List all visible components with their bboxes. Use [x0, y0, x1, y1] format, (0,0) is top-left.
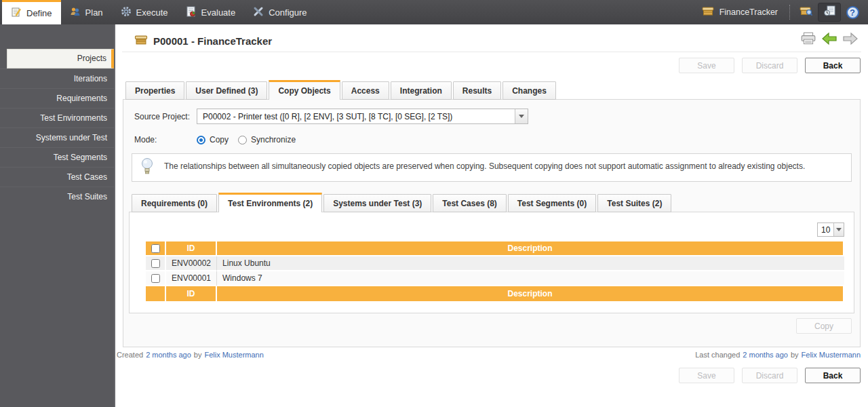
topbar: Define Plan Execute Evaluate Configure: [0, 0, 868, 24]
sidebar-item-label: Requirements: [56, 94, 107, 103]
sidebar-item-label: Test Environments: [40, 113, 107, 123]
nav-tab-plan[interactable]: Plan: [61, 0, 112, 24]
copy-button[interactable]: Copy: [796, 318, 852, 334]
tab-changes[interactable]: Changes: [502, 81, 556, 100]
box-search-icon: [800, 5, 814, 20]
nav-tab-define[interactable]: Define: [2, 0, 61, 24]
main-tabs: Properties User Defined (3) Copy Objects…: [125, 80, 557, 100]
lightbulb-icon: [140, 157, 154, 178]
row-checkbox[interactable]: [151, 274, 160, 283]
column-header-id: ID: [166, 241, 217, 256]
tab-results[interactable]: Results: [453, 81, 501, 100]
next-arrow-button[interactable]: [842, 32, 859, 45]
footer-empty-cell: [146, 286, 166, 301]
save-button[interactable]: Save: [679, 58, 734, 73]
source-project-row: Source Project: P00002 - Printer test ([…: [134, 109, 528, 124]
chevron-down-icon: [515, 109, 528, 123]
project-browse-button[interactable]: [795, 3, 818, 22]
sidebar-item-projects[interactable]: Projects: [7, 49, 114, 69]
app-root: Define Plan Execute Evaluate Configure: [0, 0, 868, 407]
select-all-cell: [146, 241, 166, 256]
info-text: The relationships between all simultaneo…: [164, 161, 805, 171]
created-by-label: by: [194, 351, 202, 359]
topbar-right: FinanceTracker ?: [695, 0, 868, 24]
sidebar-item-requirements[interactable]: Requirements: [0, 88, 114, 108]
tab-integration[interactable]: Integration: [391, 81, 452, 100]
sidebar-item-label: Projects: [77, 54, 106, 63]
page-size-value: 10: [818, 225, 833, 235]
tab-test-environments[interactable]: Test Environments (2): [218, 193, 322, 212]
discard-button[interactable]: Discard: [742, 58, 797, 73]
nav-tab-label: Plan: [85, 7, 103, 18]
tab-test-suites[interactable]: Test Suites (2): [597, 194, 671, 212]
table-footer-row: ID Description: [146, 286, 844, 301]
table-row[interactable]: ENV00001 Windows 7: [146, 271, 844, 286]
environments-table: ID Description ENV00002 Linux Ubuntu: [146, 241, 844, 301]
mode-synchronize-radio[interactable]: Synchronize: [238, 135, 296, 144]
nav-tab-evaluate[interactable]: Evaluate: [177, 0, 245, 24]
sidebar-item-iterations[interactable]: Iterations: [0, 69, 114, 88]
tab-test-cases[interactable]: Test Cases (8): [433, 194, 506, 212]
save-button[interactable]: Save: [679, 368, 734, 383]
bottom-actions: Save Discard Back: [679, 368, 861, 383]
info-box: The relationships between all simultaneo…: [132, 153, 852, 182]
sidebar-item-systems-under-test[interactable]: Systems under Test: [0, 128, 114, 147]
topbar-separator: [789, 5, 790, 20]
copy-object-tabs: Requirements (0) Test Environments (2) S…: [132, 193, 673, 212]
source-project-select[interactable]: P00002 - Printer test ([0 R], [2 ENV], […: [197, 109, 528, 124]
mode-copy-radio[interactable]: Copy: [197, 135, 229, 144]
sidebar-item-test-cases[interactable]: Test Cases: [0, 167, 114, 187]
tab-access[interactable]: Access: [342, 81, 389, 100]
changed-user-link[interactable]: Felix Mustermann: [802, 351, 861, 359]
back-button[interactable]: Back: [805, 368, 861, 383]
page-size-select[interactable]: 10: [817, 222, 844, 237]
tab-properties[interactable]: Properties: [125, 81, 184, 100]
sidebar-item-label: Test Cases: [67, 172, 107, 182]
main-content: P00001 - FinanceTracker Save Discard Bac…: [115, 24, 868, 407]
tab-requirements[interactable]: Requirements (0): [132, 194, 217, 212]
top-actions: Save Discard Back: [679, 58, 861, 73]
cell-description: Linux Ubuntu: [217, 256, 844, 271]
nav-tab-label: Execute: [136, 7, 168, 18]
page-header: P00001 - FinanceTracker: [122, 31, 861, 52]
nav-tab-label: Configure: [269, 7, 307, 18]
created-user-link[interactable]: Felix Mustermann: [204, 351, 263, 359]
sidebar-item-test-environments[interactable]: Test Environments: [0, 108, 114, 128]
help-button[interactable]: ?: [841, 3, 864, 22]
mode-copy-label: Copy: [210, 135, 229, 144]
mode-label: Mode:: [134, 135, 197, 144]
nav-tab-label: Evaluate: [201, 7, 236, 18]
created-time-link[interactable]: 2 months ago: [146, 351, 191, 359]
changed-time-link[interactable]: 2 months ago: [743, 351, 788, 359]
tab-systems-under-test[interactable]: Systems under Test (3): [323, 194, 431, 212]
sidebar-item-test-segments[interactable]: Test Segments: [0, 147, 114, 167]
radio-selected-icon: [197, 136, 205, 144]
back-button[interactable]: Back: [805, 58, 861, 73]
table-row[interactable]: ENV00002 Linux Ubuntu: [146, 256, 844, 271]
copy-objects-panel: Source Project: P00002 - Printer test ([…: [123, 99, 861, 347]
previous-arrow-button[interactable]: [821, 32, 837, 45]
print-button[interactable]: [800, 32, 816, 45]
sidebar-item-label: Test Segments: [54, 153, 107, 162]
tab-copy-objects[interactable]: Copy Objects: [269, 80, 340, 100]
footer-header-id: ID: [166, 286, 217, 301]
table-header-row: ID Description: [146, 241, 844, 256]
tab-test-segments[interactable]: Test Segments (0): [508, 194, 596, 212]
plan-icon: [70, 6, 81, 19]
radio-unselected-icon: [238, 136, 247, 144]
cell-id: ENV00001: [166, 271, 217, 286]
tab-user-defined[interactable]: User Defined (3): [186, 81, 267, 100]
select-all-checkbox[interactable]: [151, 244, 160, 253]
footer-header-description: Description: [217, 286, 844, 301]
source-project-label: Source Project:: [134, 112, 197, 121]
row-checkbox[interactable]: [151, 259, 160, 268]
evaluate-report-icon: [186, 6, 197, 19]
nav-tab-execute[interactable]: Execute: [112, 0, 177, 24]
nav-tab-configure[interactable]: Configure: [244, 0, 315, 24]
current-project-button[interactable]: FinanceTracker: [695, 6, 785, 18]
recent-changes-button[interactable]: [818, 3, 841, 22]
cell-id: ENV00002: [166, 256, 217, 271]
changed-label: Last changed: [695, 351, 740, 359]
sidebar-item-test-suites[interactable]: Test Suites: [0, 187, 114, 206]
discard-button[interactable]: Discard: [742, 368, 797, 383]
